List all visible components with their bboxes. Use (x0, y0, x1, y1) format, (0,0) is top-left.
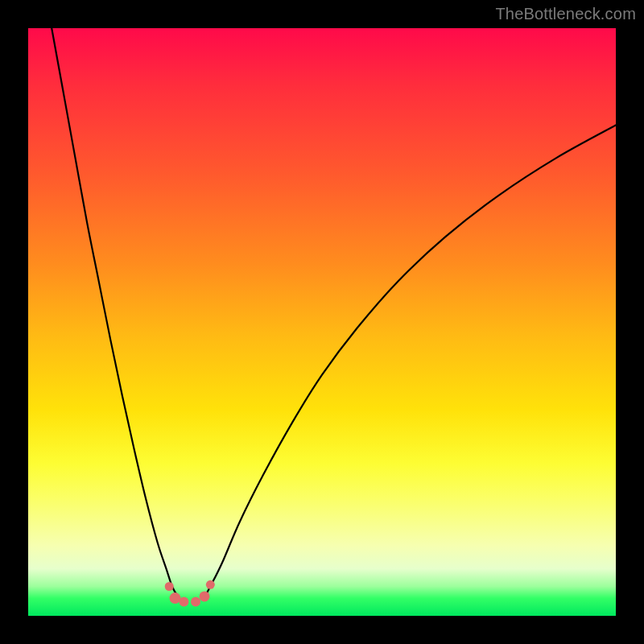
valley-marker (206, 580, 215, 589)
chart-frame: TheBottleneck.com (0, 0, 644, 644)
plot-area (28, 28, 616, 616)
chart-svg (28, 28, 616, 616)
curve-right (204, 125, 616, 597)
valley-markers (165, 580, 215, 607)
valley-marker (165, 582, 174, 591)
valley-marker (179, 597, 188, 606)
valley-marker (191, 597, 200, 606)
curve-left (52, 28, 178, 597)
watermark-text: TheBottleneck.com (495, 5, 636, 23)
valley-marker (200, 591, 210, 601)
valley-marker (170, 592, 181, 604)
